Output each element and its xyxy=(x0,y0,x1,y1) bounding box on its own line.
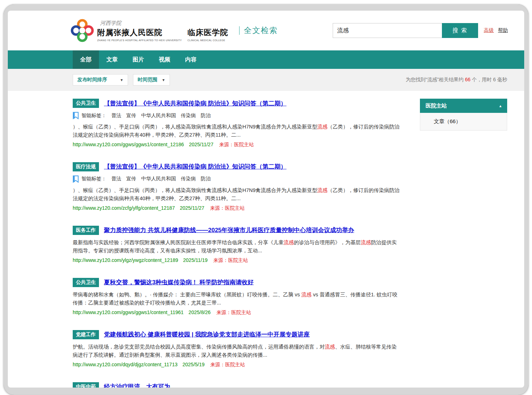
bookmark-icon xyxy=(73,112,79,119)
page-title-label: 全文检索 xyxy=(244,25,278,36)
smart-tag[interactable]: 中华人民共和国 xyxy=(141,176,176,182)
smart-tag[interactable]: 中华人民共和国 xyxy=(141,113,176,119)
sidebar-header[interactable]: 医院主站 ▲ xyxy=(420,99,507,113)
result-url[interactable]: http://www.zy120.com/ggws/ggws1/content_… xyxy=(73,142,184,147)
time-range-label: 时间范围 xyxy=(138,77,157,83)
collapse-up-icon[interactable]: ▲ xyxy=(499,104,502,108)
stats-prefix: 为您找到“流感”相关结果约 xyxy=(406,77,465,82)
result-meta: http://www.zy120.com/ggws/ggws1/content_… xyxy=(73,309,400,316)
nav-tabs: 全部文章图片视频内容 xyxy=(8,50,524,69)
snippet-text: 的诊治与合理用药》，为基层 xyxy=(294,240,361,245)
university-script-name: 河西学院 xyxy=(100,20,228,27)
result-source: 来源：医院主站 xyxy=(213,257,248,263)
smart-tag[interactable]: 防治 xyxy=(201,176,211,182)
result-meta: http://www.zy120.com/ylgz/ywgz/content_1… xyxy=(73,257,400,264)
snippet-text: 带病毒的猪和水禽（如鸭、鹅）。· 传播媒介： 主要由三带喙库蚊（黑斑蚊）叮咬传播… xyxy=(73,292,301,297)
result-snippet: ）、猴痘（乙类）、手足口病（丙类），将人感染高致病性禽流感和人感染H7N9禽流感… xyxy=(73,123,400,139)
search-result: 公共卫生夏秋交替，警惕这3种虫媒传染病！ 科学防护指南请收好带病毒的猪和水禽（如… xyxy=(73,278,400,316)
result-url[interactable]: http://www.zy120.com/ggws/ggws1/content_… xyxy=(73,309,184,315)
result-date: 2025/11/19 xyxy=(183,257,207,263)
smart-tag[interactable]: 普法 xyxy=(111,113,121,119)
search-button[interactable]: 搜 索 xyxy=(442,23,478,38)
snippet-text: ）、猴痘（乙类）、手足口病（丙类），将人感染高致病性禽流感和人感染H7N9禽流感… xyxy=(73,187,317,193)
search-result: 医务工作聚力质控强能力 共筑儿科健康防线——2025年张掖市儿科医疗质量控制中心… xyxy=(73,226,400,264)
highlighted-keyword: 流感 xyxy=(361,240,371,245)
help-link[interactable]: 帮助 xyxy=(498,27,508,34)
hospital-name-en: ZHANG YE PEOPLE'S HOSPITAL AFFILIATED TO… xyxy=(97,39,182,42)
smart-tag[interactable]: 传染病 xyxy=(181,113,196,119)
college-name-block: 临床医学院 CLINICAL MEDICAL COLLEGE xyxy=(188,27,228,42)
result-head: 公共卫生夏秋交替，警惕这3种虫媒传染病！ 科学防护指南请收好 xyxy=(73,278,400,287)
result-meta: http://www.zy120.com/ggws/ggws1/content_… xyxy=(73,142,400,148)
hospital-name-cn: 附属张掖人民医院 xyxy=(97,27,182,38)
result-title-link[interactable]: 夏秋交替，警惕这3种虫媒传染病！ 科学防护指南请收好 xyxy=(104,278,254,286)
smart-tags-label: 智能标签： xyxy=(82,113,106,119)
nav-tab[interactable]: 图片 xyxy=(125,50,151,69)
sidebar-items: 文章（66） xyxy=(420,113,507,131)
highlighted-keyword: 流感 xyxy=(317,187,328,193)
snippet-text: 护航。活动现场，急诊党支部党员结合校园人员高度密集、传染病传播风险高的特点，运用… xyxy=(73,344,325,350)
smart-tag[interactable]: 宣传 xyxy=(126,176,136,182)
header: 河西学院 附属张掖人民医院 ZHANG YE PEOPLE'S HOSPITAL… xyxy=(8,11,524,50)
result-snippet: 护航。活动现场，急诊党支部党员结合校园人员高度密集、传染病传播风险高的特点，运用… xyxy=(73,343,400,360)
result-title-link[interactable]: 【普法宣传】《中华人民共和国传染病 防治法》知识问答（第二期） xyxy=(104,99,287,108)
smart-tag[interactable]: 普法 xyxy=(111,176,121,182)
college-name-cn: 临床医学院 xyxy=(188,27,228,38)
category-tag: 中医中药 xyxy=(73,382,99,388)
result-snippet: 带病毒的猪和水禽（如鸭、鹅）。· 传播媒介： 主要由三带喙库蚊（黑斑蚊）叮咬传播… xyxy=(73,291,400,307)
sidebar-item[interactable]: 文章（66） xyxy=(420,113,507,131)
advanced-search-link[interactable]: 高级 xyxy=(484,27,494,34)
smart-tags-row: 智能标签：普法宣传中华人民共和国传染病防治 xyxy=(73,175,400,183)
category-tag: 医务工作 xyxy=(73,226,99,235)
smart-tag[interactable]: 传染病 xyxy=(181,176,196,182)
result-date: 2025/11/27 xyxy=(180,205,204,211)
stats-suffix: 个，用时 6 毫秒 xyxy=(471,77,507,82)
result-title-link[interactable]: 党建领航践初心 健康科普暖校园 | 我院急诊党支部走进临泽一中开展专题讲座 xyxy=(104,330,310,339)
smart-tag[interactable]: 宣传 xyxy=(126,113,136,119)
search-result: 党建工作党建领航践初心 健康科普暖校园 | 我院急诊党支部走进临泽一中开展专题讲… xyxy=(73,330,400,368)
result-head: 公共卫生【普法宣传】《中华人民共和国传染病 防治法》知识问答（第二期） xyxy=(73,99,400,108)
result-url[interactable]: http://www.zy120.com/zcfg/ylfg/content_1… xyxy=(73,205,175,211)
nav-tab[interactable]: 内容 xyxy=(178,50,204,69)
result-title-link[interactable]: 【普法宣传】《中华人民共和国传染病 防治法》知识问答（第二期） xyxy=(104,163,287,171)
category-tag: 公共卫生 xyxy=(73,278,99,287)
highlighted-keyword: 流感 xyxy=(325,344,335,350)
page-title: 全文检索 xyxy=(239,25,278,36)
category-tag: 公共卫生 xyxy=(73,99,99,108)
result-title-link[interactable]: 聚力质控强能力 共筑儿科健康防线——2025年张掖市儿科医疗质量控制中心培训会议… xyxy=(104,226,354,234)
logo-text: 河西学院 附属张掖人民医院 ZHANG YE PEOPLE'S HOSPITAL… xyxy=(97,20,228,42)
result-source: 来源：医院主站 xyxy=(219,142,254,147)
nav-tab[interactable]: 视频 xyxy=(151,50,178,69)
search-zone: 搜 索 高级 帮助 xyxy=(333,23,508,38)
category-tag: 党建工作 xyxy=(73,330,99,339)
nav-tab[interactable]: 全部 xyxy=(73,50,99,69)
main-area: 公共卫生【普法宣传】《中华人民共和国传染病 防治法》知识问答（第二期）智能标签：… xyxy=(8,91,524,388)
hospital-logo-icon xyxy=(69,17,96,44)
result-date: 2025/5/19 xyxy=(182,362,204,367)
nav-tab[interactable]: 文章 xyxy=(99,50,125,69)
result-source: 来源：医院主站 xyxy=(210,205,245,211)
chevron-down-icon: ▼ xyxy=(162,78,165,82)
result-source: 来源：医院主站 xyxy=(216,309,251,315)
result-url[interactable]: http://www.zy120.com/dqyd/djgz/content_1… xyxy=(73,362,177,367)
result-meta: http://www.zy120.com/zcfg/ylfg/content_1… xyxy=(73,205,400,212)
sort-dropdown[interactable]: 发布时间排序 ▼ xyxy=(73,74,128,86)
stats-count: 66 xyxy=(465,77,471,82)
snippet-text: ）、猴痘（乙类）、手足口病（丙类），将人感染高致病性禽流感和人感染H7N9禽流感… xyxy=(73,124,317,130)
result-title-link[interactable]: 经方治疗甲流，大有可为 xyxy=(104,383,170,388)
results-list: 公共卫生【普法宣传】《中华人民共和国传染病 防治法》知识问答（第二期）智能标签：… xyxy=(73,99,400,388)
smart-tags-row: 智能标签：普法宣传中华人民共和国传染病防治 xyxy=(73,112,400,119)
time-range-dropdown[interactable]: 时间范围 ▼ xyxy=(133,74,170,86)
result-date: 2025/11/27 xyxy=(189,142,214,147)
smart-tag[interactable]: 防治 xyxy=(201,113,211,119)
filter-bar: 发布时间排序 ▼ 时间范围 ▼ 为您找到“流感”相关结果约 66 个，用时 6 … xyxy=(8,69,524,91)
search-result: 公共卫生【普法宣传】《中华人民共和国传染病 防治法》知识问答（第二期）智能标签：… xyxy=(73,99,400,148)
result-head: 医疗法规【普法宣传】《中华人民共和国传染病 防治法》知识问答（第二期） xyxy=(73,162,400,171)
result-url[interactable]: http://www.zy120.com/ylgz/ywgz/content_1… xyxy=(73,257,178,263)
result-snippet: 最新指南与实践经验；河西学院附属张掖人民医院副主任医师李萍结合临床实践，分享《儿… xyxy=(73,238,400,255)
chevron-down-icon: ▼ xyxy=(120,78,123,82)
page-content: 河西学院 附属张掖人民医院 ZHANG YE PEOPLE'S HOSPITAL… xyxy=(8,11,524,388)
search-input[interactable] xyxy=(333,23,442,38)
highlighted-keyword: 流感 xyxy=(301,292,311,297)
result-date: 2025/8/26 xyxy=(189,309,211,315)
